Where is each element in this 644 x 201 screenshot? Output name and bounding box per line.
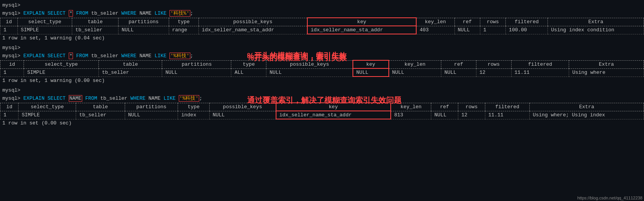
cell-key-2: NULL [353,68,389,77]
col-select-type-3: select_type [19,103,76,111]
cell-possible-keys: idx_seller_name_sta_addr [198,26,307,34]
col-rows-3: rows [458,103,485,111]
table-wrapper-1: id select_type table partitions type pos… [0,17,644,34]
annotation-text-2: %开头的模糊查询，索引失效 [247,53,347,62]
col-ref-3: ref [431,103,458,111]
prompt-line-3a: mysql> [0,87,644,94]
cell-filtered-2: 11.11 [511,68,569,77]
col-id-3: id [0,103,19,111]
cell-id-3: 1 [0,111,19,119]
section-1: mysql> mysql> EXPLAIN SELECT * FROM tb_s… [0,2,644,42]
col-type: type [169,18,198,26]
col-filtered-3: filtered [485,103,529,111]
cell-extra-2: Using where [569,68,644,77]
col-id-2: id [0,60,24,68]
col-select-type: select_type [17,18,72,26]
watermark: https://blog.csdn.net/qq_41112238 [577,196,642,200]
col-extra: Extra [548,18,644,26]
col-table-2: table [99,60,162,68]
section-3: mysql> mysql> EXPLAIN SELECT NAME FROM t… [0,87,644,127]
result-line-1: 1 row in set, 1 warning (0.04 sec) [0,34,644,42]
col-extra-3: Extra [529,103,644,111]
cell-type-3: index [178,111,209,119]
cell-key-len-3: 813 [391,111,431,119]
col-key-len-2: key_len [389,60,441,68]
cell-possible-keys-2: NULL [266,68,353,77]
table-data-row-2: 1 SIMPLE tb_seller NULL ALL NULL NULL NU… [0,68,644,77]
col-filtered-2: filtered [511,60,569,68]
col-partitions-2: partitions [162,60,231,68]
cell-key: idx_seller_name_sta_addr [307,26,416,34]
table-data-row-3: 1 SIMPLE tb_seller NULL index NULL idx_s… [0,111,644,119]
cell-rows: 1 [480,26,505,34]
prompt-line-1b: mysql> EXPLAIN SELECT * FROM tb_seller W… [0,9,644,17]
cell-partitions-3: NULL [125,111,178,119]
col-possible-keys: possible_keys [198,18,307,26]
col-id: id [0,18,18,26]
cell-extra-3: Using where; Using index [529,111,644,119]
col-key: key [307,18,416,26]
cell-extra: Using index condition [548,26,644,34]
annotation-container-2: %开头的模糊查询，索引失效 [247,53,347,63]
annotation-container-3: 通过覆盖索引，解决了模糊查询索引失效问题 [247,95,402,106]
cell-rows-2: 12 [476,68,511,77]
col-partitions-3: partitions [125,103,178,111]
cell-ref-3: NULL [431,111,458,119]
result-table-1: id select_type table partitions type pos… [0,17,644,34]
cell-id: 1 [0,26,18,34]
cell-table-3: tb_seller [76,111,125,119]
cell-select-type-3: SIMPLE [19,111,76,119]
cell-table-2: tb_seller [99,68,162,77]
col-table: table [72,18,119,26]
cell-filtered: 100.00 [506,26,548,34]
col-table-3: table [76,103,125,111]
cell-select-type-2: SIMPLE [24,68,99,77]
result-line-3: 1 row in set (0.00 sec) [0,119,644,127]
cell-id-2: 1 [0,68,24,77]
col-extra-2: Extra [569,60,644,68]
cell-possible-keys-3: NULL [209,111,276,119]
cell-table: tb_seller [72,26,119,34]
cell-ref-2: NULL [441,68,476,77]
col-rows: rows [480,18,505,26]
cell-key-3: idx_seller_name_sta_addr [276,111,391,119]
col-key-2: key [353,60,389,68]
cell-select-type: SIMPLE [17,26,72,34]
cell-ref: NULL [454,26,480,34]
col-ref: ref [454,18,480,26]
col-key-len: key_len [416,18,454,26]
col-rows-2: rows [476,60,511,68]
cell-key-len: 403 [416,26,454,34]
cell-partitions: NULL [119,26,169,34]
col-partitions: partitions [119,18,169,26]
col-ref-2: ref [441,60,476,68]
cell-filtered-3: 11.11 [485,111,529,119]
terminal: mysql> mysql> EXPLAIN SELECT * FROM tb_s… [0,0,644,128]
cell-key-len-2: NULL [389,68,441,77]
result-line-2: 1 row in set, 1 warning (0.00 sec) [0,77,644,84]
cell-type-2: ALL [231,68,266,77]
prompt-line-1a: mysql> [0,2,644,9]
col-select-type-2: select_type [24,60,99,68]
table-data-row-1: 1 SIMPLE tb_seller NULL range idx_seller… [0,26,644,34]
annotation-text-3: 通过覆盖索引，解决了模糊查询索引失效问题 [247,96,402,104]
section-2: mysql> mysql> EXPLAIN SELECT * FROM tb_s… [0,44,644,84]
col-type-3: type [178,103,209,111]
table-header-row-1: id select_type table partitions type pos… [0,18,644,26]
cell-rows-3: 12 [458,111,485,119]
cell-partitions-2: NULL [162,68,231,77]
cell-type: range [169,26,198,34]
col-filtered: filtered [506,18,548,26]
